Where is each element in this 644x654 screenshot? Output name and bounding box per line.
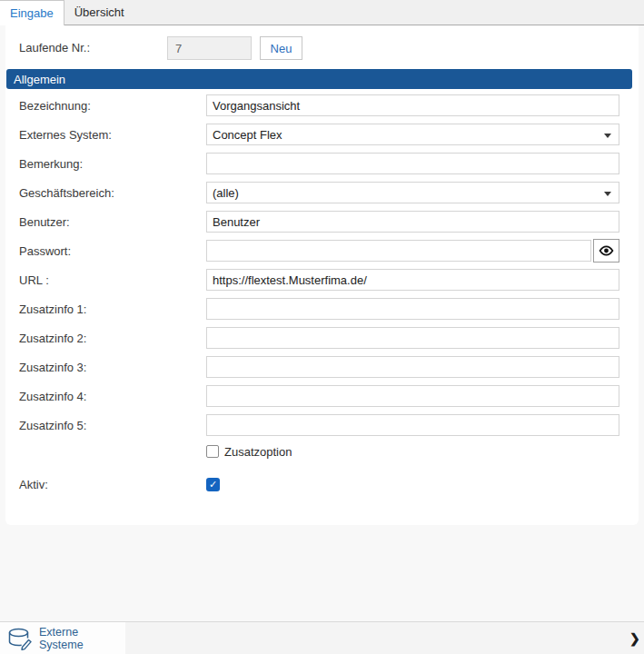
externes-system-select[interactable]: Concept Flex bbox=[206, 124, 619, 145]
nav-item-externe-systeme[interactable]: Externe Systeme bbox=[0, 622, 125, 654]
field-row: Externes System: Concept Flex bbox=[14, 124, 619, 145]
section-header-allgemein: Allgemein bbox=[6, 69, 632, 89]
dropdown-arrow-icon bbox=[604, 134, 611, 138]
form-rows: Bezeichnung: Externes System: Concept Fl… bbox=[14, 94, 619, 491]
zusatzoption-label: Zusatzoption bbox=[224, 445, 292, 459]
geschaeftsbereich-select[interactable]: (alle) bbox=[206, 182, 619, 203]
bezeichnung-label: Bezeichnung: bbox=[14, 99, 206, 113]
field-row: Passwort: bbox=[14, 240, 619, 262]
bezeichnung-input[interactable] bbox=[206, 94, 619, 116]
field-row: Bemerkung: bbox=[14, 153, 619, 174]
url-label: URL : bbox=[14, 273, 206, 287]
zusatzinfo-3-input[interactable] bbox=[206, 356, 619, 378]
tab-eingabe[interactable]: Eingabe bbox=[0, 0, 64, 25]
benutzer-label: Benutzer: bbox=[14, 215, 206, 229]
passwort-label: Passwort: bbox=[14, 244, 206, 258]
nav-item-label: Externe Systeme bbox=[39, 626, 125, 651]
zusatzinfo-2-input[interactable] bbox=[206, 327, 619, 349]
field-row: URL : bbox=[14, 269, 619, 291]
passwort-input[interactable] bbox=[206, 240, 591, 262]
field-row: Benutzer: bbox=[14, 211, 619, 233]
aktiv-checkbox[interactable]: ✓ bbox=[206, 478, 220, 491]
tab-bar: Eingabe Übersicht bbox=[0, 0, 644, 25]
neu-button[interactable]: Neu bbox=[260, 36, 302, 60]
geschaeftsbereich-value: (alle) bbox=[213, 186, 239, 200]
zusatzinfo-1-input[interactable] bbox=[206, 298, 619, 320]
aktiv-row: Aktiv: ✓ bbox=[14, 477, 619, 491]
externes-system-label: Externes System: bbox=[14, 128, 206, 142]
aktiv-label: Aktiv: bbox=[14, 478, 206, 491]
field-row: Zusatzinfo 4: bbox=[14, 385, 619, 407]
chevron-right-icon[interactable]: ❯ bbox=[629, 630, 642, 647]
geschaeftsbereich-label: Geschäftsbereich: bbox=[14, 186, 206, 200]
field-row: Zusatzinfo 5: bbox=[14, 414, 619, 436]
bemerkung-input[interactable] bbox=[206, 153, 619, 174]
field-row: Geschäftsbereich: (alle) bbox=[14, 182, 619, 203]
zusatzinfo-2-label: Zusatzinfo 2: bbox=[14, 332, 206, 345]
zusatzoption-checkbox[interactable] bbox=[206, 445, 219, 458]
zusatzinfo-5-label: Zusatzinfo 5: bbox=[14, 419, 206, 432]
field-row: Zusatzinfo 1: bbox=[14, 298, 619, 320]
field-row: Zusatzinfo 2: bbox=[14, 327, 619, 349]
laufende-nr-input bbox=[167, 36, 252, 60]
zusatzinfo-1-label: Zusatzinfo 1: bbox=[14, 302, 206, 316]
zusatzinfo-4-label: Zusatzinfo 4: bbox=[14, 390, 206, 403]
zusatzinfo-5-input[interactable] bbox=[206, 414, 619, 436]
eye-icon bbox=[599, 245, 614, 256]
zusatzinfo-4-input[interactable] bbox=[206, 385, 619, 407]
zusatzoption-row: Zusatzoption bbox=[14, 444, 619, 459]
laufende-nr-label: Laufende Nr.: bbox=[19, 41, 90, 54]
field-row: Zusatzinfo 3: bbox=[14, 356, 619, 378]
zusatzinfo-3-label: Zusatzinfo 3: bbox=[14, 361, 206, 374]
database-edit-icon bbox=[7, 627, 33, 650]
externes-system-value: Concept Flex bbox=[213, 128, 282, 142]
laufende-nr-row: Laufende Nr.: Neu bbox=[14, 36, 630, 60]
benutzer-input[interactable] bbox=[206, 211, 619, 233]
show-password-button[interactable] bbox=[593, 239, 619, 263]
dropdown-arrow-icon bbox=[604, 192, 611, 196]
tab-uebersicht[interactable]: Übersicht bbox=[64, 0, 134, 25]
bemerkung-label: Bemerkung: bbox=[14, 157, 206, 171]
url-input[interactable] bbox=[206, 269, 619, 291]
field-row: Bezeichnung: bbox=[14, 94, 619, 116]
form-panel: Laufende Nr.: Neu Allgemein Bezeichnung:… bbox=[5, 25, 639, 525]
bottom-nav-bar: Externe Systeme ❯ bbox=[0, 621, 644, 654]
